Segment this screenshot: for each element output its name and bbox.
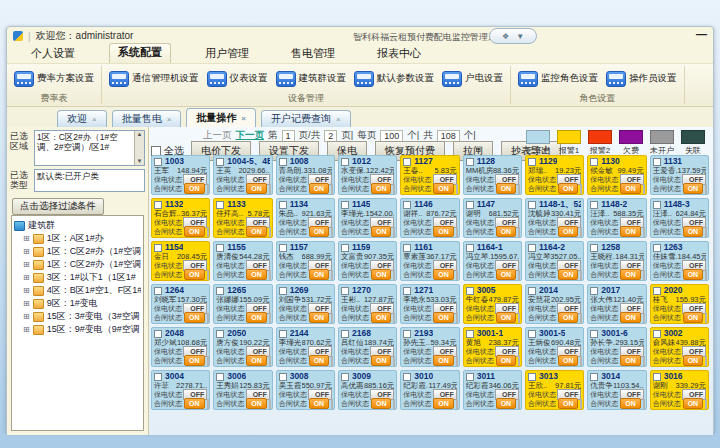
card-checkbox[interactable]	[653, 158, 661, 166]
switch-on-button[interactable]: ON	[184, 312, 205, 323]
card-checkbox[interactable]	[154, 158, 162, 166]
card-checkbox[interactable]	[653, 287, 661, 295]
switch-on-button[interactable]: ON	[558, 398, 579, 409]
card-checkbox[interactable]	[466, 287, 474, 295]
switch-on-button[interactable]: ON	[371, 355, 392, 366]
switch-on-button[interactable]: ON	[433, 183, 454, 194]
tree-item[interactable]: ⊞9区：1#变电	[23, 297, 141, 310]
card-checkbox[interactable]	[528, 158, 536, 166]
menu-tab[interactable]: 用户管理	[197, 45, 257, 63]
meter-card[interactable]: 1270王彬..127.87元保电状态OFF合闸状态ON	[338, 284, 397, 324]
switch-on-button[interactable]: ON	[309, 398, 330, 409]
meter-card[interactable]: 3008吴玉霞550.97元保电状态OFF合闸状态ON	[276, 370, 335, 410]
ribbon-button[interactable]: 通信管理机设置	[109, 71, 199, 87]
meter-card[interactable]: 1004-5、4B一王英2029.66..保电状态OFF合闸状态ON	[213, 155, 272, 195]
meter-card[interactable]: 3001-5王炳俊690.48元保电状态OFF合闸状态ON	[525, 327, 584, 367]
meter-card[interactable]: 1148-1、522沈毓婷330.41元保电状态OFF合闸状态ON	[525, 198, 584, 238]
expand-icon[interactable]: ⊞	[23, 247, 30, 256]
expand-icon[interactable]: ⊞	[23, 299, 30, 308]
window-style-switcher[interactable]: ❖ ▼	[489, 28, 537, 44]
meter-card[interactable]: 1145李瑾光..1542.00..保电状态OFF合闸状态ON	[338, 198, 397, 238]
chevron-down-icon[interactable]: ▼	[516, 32, 524, 41]
switch-on-button[interactable]: ON	[433, 312, 454, 323]
card-checkbox[interactable]	[653, 244, 661, 252]
switch-on-button[interactable]: ON	[620, 226, 641, 237]
meter-card[interactable]: 3010纪彩霞..117.49元保电状态OFF合闸状态ON	[400, 370, 459, 410]
meter-card[interactable]: 1265张娜娜155.09元保电状态OFF合闸状态ON	[213, 284, 272, 324]
expand-icon[interactable]: ⊞	[23, 312, 30, 321]
meter-card[interactable]: 1133佳拜高..5.78元保电状态OFF合闸状态ON	[213, 198, 272, 238]
scrollbar[interactable]: ▲ ▼	[134, 131, 144, 165]
switch-on-button[interactable]: ON	[246, 183, 267, 194]
ribbon-button[interactable]: 仪表设置	[207, 71, 268, 87]
switch-on-button[interactable]: ON	[246, 226, 267, 237]
card-checkbox[interactable]	[590, 158, 598, 166]
card-checkbox[interactable]	[279, 201, 287, 209]
switch-on-button[interactable]: ON	[184, 355, 205, 366]
doc-tab[interactable]: 开户记费查询×	[261, 110, 351, 127]
tree-item[interactable]: ⊞3区：1#以下1（1区1#	[23, 271, 141, 284]
card-checkbox[interactable]	[341, 244, 349, 252]
switch-on-button[interactable]: ON	[246, 269, 267, 280]
meter-card[interactable]: 1164-2冯立琴3527.05..保电状态OFF合闸状态ON	[525, 241, 584, 281]
card-checkbox[interactable]	[154, 244, 162, 252]
card-checkbox[interactable]	[216, 373, 224, 381]
card-checkbox[interactable]	[528, 244, 536, 252]
switch-on-button[interactable]: ON	[246, 312, 267, 323]
ribbon-button[interactable]: 户电设置	[442, 71, 503, 87]
meter-card[interactable]: 3006王秀娟125.83元保电状态OFF合闸状态ON	[213, 370, 272, 410]
card-checkbox[interactable]	[341, 201, 349, 209]
tab-close-icon[interactable]: ×	[241, 114, 246, 123]
meter-card[interactable]: 3001-6孙长争..293.15元保电状态OFF合闸状态ON	[587, 327, 646, 367]
card-checkbox[interactable]	[403, 287, 411, 295]
switch-on-button[interactable]: ON	[496, 269, 517, 280]
meter-card[interactable]: 1008青岛朗..331.08元保电状态OFF合闸状态ON	[276, 155, 335, 195]
meter-card[interactable]: 1258王晓程..184.31元保电状态OFF合闸状态ON	[587, 241, 646, 281]
meter-card[interactable]: 1128MM机房88.36元保电状态OFF合闸状态ON	[463, 155, 522, 195]
card-checkbox[interactable]	[154, 330, 162, 338]
card-checkbox[interactable]	[216, 201, 224, 209]
meter-card[interactable]: 3016谢刚339.29元保电状态OFF合闸状态ON	[650, 370, 709, 410]
switch-on-button[interactable]: ON	[309, 269, 330, 280]
card-checkbox[interactable]	[653, 373, 661, 381]
tree-item[interactable]: ⊞15区：9#变电（9#空调（	[23, 323, 141, 336]
expand-icon[interactable]: ⊞	[23, 325, 30, 334]
card-checkbox[interactable]	[528, 287, 536, 295]
meter-card[interactable]: 1264刘晓军157.30元保电状态OFF合闸状态ON	[151, 284, 210, 324]
card-checkbox[interactable]	[279, 373, 287, 381]
switch-on-button[interactable]: ON	[433, 398, 454, 409]
switch-on-button[interactable]: ON	[184, 226, 205, 237]
meter-card[interactable]: 1155唐清俊544.28元保电状态OFF合闸状态ON	[213, 241, 272, 281]
selected-area-box[interactable]: 1区：C区2#办（1#空调、2#空调）/区1# ▲ ▼	[34, 130, 145, 166]
meter-card[interactable]: 1012水变保..122.42元保电状态OFF合闸状态ON	[338, 155, 397, 195]
tab-close-icon[interactable]: ×	[167, 115, 172, 124]
meter-card[interactable]: 1161覃素莲367.17元保电状态OFF合闸状态ON	[400, 241, 459, 281]
switch-on-button[interactable]: ON	[433, 226, 454, 237]
card-checkbox[interactable]	[279, 158, 287, 166]
card-checkbox[interactable]	[216, 158, 224, 166]
switch-on-button[interactable]: ON	[558, 355, 579, 366]
meter-card[interactable]: 2193孙先玉..59.34元保电状态OFF合闸状态ON	[400, 327, 459, 367]
card-checkbox[interactable]	[466, 201, 474, 209]
switch-on-button[interactable]: ON	[496, 312, 517, 323]
card-checkbox[interactable]	[154, 373, 162, 381]
meter-card[interactable]: 1164-1冯立琴..1595.67..保电状态OFF合闸状态ON	[463, 241, 522, 281]
card-checkbox[interactable]	[216, 330, 224, 338]
switch-on-button[interactable]: ON	[620, 398, 641, 409]
card-checkbox[interactable]	[341, 158, 349, 166]
switch-on-button[interactable]: ON	[683, 312, 704, 323]
switch-on-button[interactable]: ON	[309, 226, 330, 237]
card-checkbox[interactable]	[466, 244, 474, 252]
switch-on-button[interactable]: ON	[184, 269, 205, 280]
scroll-up-icon[interactable]: ▲	[135, 131, 144, 138]
theme-icon[interactable]: ❖	[502, 32, 509, 41]
card-checkbox[interactable]	[216, 287, 224, 295]
switch-on-button[interactable]: ON	[558, 269, 579, 280]
switch-on-button[interactable]: ON	[371, 183, 392, 194]
switch-on-button[interactable]: ON	[620, 269, 641, 280]
card-checkbox[interactable]	[466, 158, 474, 166]
card-checkbox[interactable]	[216, 244, 224, 252]
card-checkbox[interactable]	[466, 330, 474, 338]
filter-select-button[interactable]: 点击选择过滤条件	[12, 198, 104, 215]
tab-close-icon[interactable]: ×	[92, 115, 97, 124]
